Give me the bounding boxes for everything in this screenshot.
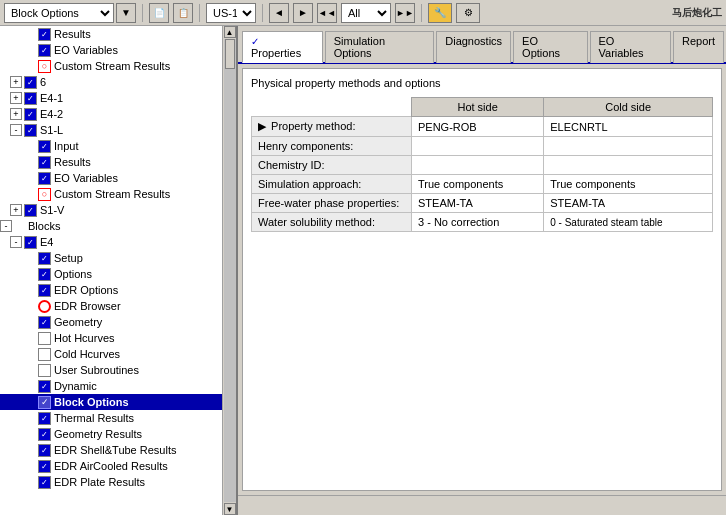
tree-item-blocks[interactable]: - Blocks [0,218,222,234]
checkbox-results1[interactable]: ✓ [38,28,51,41]
tree-item-results2[interactable]: ✓ Results [0,154,222,170]
checkbox-geometry[interactable]: ✓ [38,316,51,329]
tree-item-hot-hcurves[interactable]: Hot Hcurves [0,330,222,346]
checkbox-options[interactable]: ✓ [38,268,51,281]
tree-item-geometry[interactable]: ✓ Geometry [0,314,222,330]
tree-item-dynamic[interactable]: ✓ Dynamic [0,378,222,394]
cell-cold-4[interactable]: STEAM-TA [544,194,713,213]
icon-btn-1[interactable]: 📄 [149,3,169,23]
checkbox-dynamic[interactable]: ✓ [38,380,51,393]
checkbox-eo2[interactable]: ✓ [38,172,51,185]
tree-scrollbar[interactable]: ▲ ▼ [222,26,236,515]
tree-item-eo2[interactable]: ✓ EO Variables [0,170,222,186]
checkbox-s1l[interactable]: ✓ [24,124,37,137]
cell-cold-3[interactable]: True components [544,175,713,194]
tree-item-geo-results[interactable]: ✓ Geometry Results [0,426,222,442]
checkbox-geo-results[interactable]: ✓ [38,428,51,441]
expand-s1v[interactable]: + [10,204,22,216]
cell-cold-5[interactable]: 0 - Saturated steam table [544,213,713,232]
expand-e4[interactable]: - [10,236,22,248]
tree-item-thermal[interactable]: ✓ Thermal Results [0,410,222,426]
checkbox-input[interactable]: ✓ [38,140,51,153]
tab-eo-variables[interactable]: EO Variables [590,31,671,63]
cell-hot-1[interactable] [412,137,544,156]
cell-cold-1[interactable] [544,137,713,156]
tree-item-edr-shell[interactable]: ✓ EDR Shell&Tube Results [0,442,222,458]
us1-select[interactable]: US-1 [206,3,256,23]
expand-6[interactable]: + [10,76,22,88]
tree-item-edr-options[interactable]: ✓ EDR Options [0,282,222,298]
tree-item-s1v[interactable]: + ✓ S1-V [0,202,222,218]
checkbox-hot-hcurves[interactable] [38,332,51,345]
scroll-up[interactable]: ▲ [224,26,236,38]
tab-report[interactable]: Report [673,31,724,63]
forward-btn[interactable]: ► [293,3,313,23]
scroll-down[interactable]: ▼ [224,503,236,515]
tree-item-custom1[interactable]: ○ Custom Stream Results [0,58,222,74]
tab-simulation[interactable]: Simulation Options [325,31,435,63]
tree-item-edr-air[interactable]: ✓ EDR AirCooled Results [0,458,222,474]
cell-hot-3[interactable]: True components [412,175,544,194]
tab-eo-options[interactable]: EO Options [513,31,587,63]
checkbox-setup[interactable]: ✓ [38,252,51,265]
expand-s1l[interactable]: - [10,124,22,136]
tree-item-edr-browser[interactable]: EDR Browser [0,298,222,314]
checkbox-edr-plate[interactable]: ✓ [38,476,51,489]
checkbox-6[interactable]: ✓ [24,76,37,89]
tree-item-block-options[interactable]: ✓ Block Options [0,394,222,410]
tree-item-s1l[interactable]: - ✓ S1-L [0,122,222,138]
block-options-select[interactable]: Block Options [4,3,114,23]
checkbox-custom2[interactable]: ○ [38,188,51,201]
rightright-btn[interactable]: ►► [395,3,415,23]
cell-hot-4[interactable]: STEAM-TA [412,194,544,213]
tree-item-e42[interactable]: + ✓ E4-2 [0,106,222,122]
leftleft-btn[interactable]: ◄◄ [317,3,337,23]
all-select[interactable]: All [341,3,391,23]
icon-btn-3[interactable]: 🔧 [428,3,452,23]
tree-item-options[interactable]: ✓ Options [0,266,222,282]
cell-hot-0[interactable]: PENG-ROB [412,117,544,137]
icon-btn-2[interactable]: 📋 [173,3,193,23]
checkbox-thermal[interactable]: ✓ [38,412,51,425]
dropdown-arrow-btn[interactable]: ▼ [116,3,136,23]
tree-item-input[interactable]: ✓ Input [0,138,222,154]
tree-item-cold-hcurves[interactable]: Cold Hcurves [0,346,222,362]
tab-diagnostics[interactable]: Diagnostics [436,31,511,63]
cell-cold-2[interactable] [544,156,713,175]
checkbox-edr-options[interactable]: ✓ [38,284,51,297]
tree-item-eo-variables1[interactable]: ✓ EO Variables [0,42,222,58]
checkbox-results2[interactable]: ✓ [38,156,51,169]
cell-cold-0[interactable]: ELECNRTL [544,117,713,137]
scroll-thumb[interactable] [225,39,235,69]
checkbox-s1v[interactable]: ✓ [24,204,37,217]
checkbox-cold-hcurves[interactable] [38,348,51,361]
tree-item-e4[interactable]: - ✓ E4 [0,234,222,250]
checkbox-edr-shell[interactable]: ✓ [38,444,51,457]
cell-hot-2[interactable] [412,156,544,175]
tree-item-e41[interactable]: + ✓ E4-1 [0,90,222,106]
tab-properties[interactable]: ✓ Properties [242,31,323,63]
checkbox-block-options[interactable]: ✓ [38,396,51,409]
scroll-track[interactable] [224,39,236,502]
expand-e42[interactable]: + [10,108,22,120]
checkbox-user-sub[interactable] [38,364,51,377]
tree-item-results1[interactable]: ✓ Results [0,26,222,42]
checkbox-eo1[interactable]: ✓ [38,44,51,57]
tree-item-setup[interactable]: ✓ Setup [0,250,222,266]
icon-btn-4[interactable]: ⚙ [456,3,480,23]
back-btn[interactable]: ◄ [269,3,289,23]
block-options-dropdown[interactable]: Block Options ▼ [4,3,136,23]
tree-item-user-sub[interactable]: User Subroutines [0,362,222,378]
checkbox-edr-air[interactable]: ✓ [38,460,51,473]
checkbox-e42[interactable]: ✓ [24,108,37,121]
expand-e41[interactable]: + [10,92,22,104]
expand-blocks[interactable]: - [0,220,12,232]
tree-item-custom2[interactable]: ○ Custom Stream Results [0,186,222,202]
tree-item-edr-plate[interactable]: ✓ EDR Plate Results [0,474,222,490]
tree-item-6[interactable]: + ✓ 6 [0,74,222,90]
checkbox-e4[interactable]: ✓ [24,236,37,249]
checkbox-e41[interactable]: ✓ [24,92,37,105]
checkbox-custom1[interactable]: ○ [38,60,51,73]
checkbox-edr-browser[interactable] [38,300,51,313]
cell-hot-5[interactable]: 3 - No correction [412,213,544,232]
